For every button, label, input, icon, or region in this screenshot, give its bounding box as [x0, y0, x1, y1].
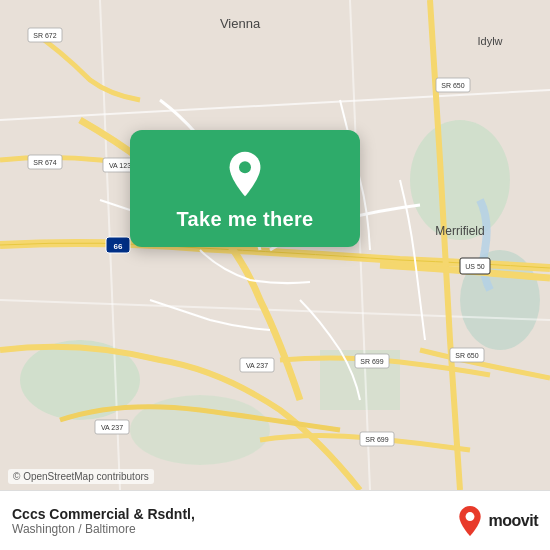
bottom-bar: Cccs Commercial & Rsdntl, Washington / B… — [0, 490, 550, 550]
location-pin-icon — [221, 150, 269, 198]
svg-text:SR 650: SR 650 — [455, 352, 478, 359]
moovit-logo: moovit — [455, 505, 538, 537]
map-container: 66 SR 672 SR 674 VA 123 SR 650 SR 650 US… — [0, 0, 550, 490]
moovit-icon — [455, 505, 485, 537]
svg-text:VA 123: VA 123 — [109, 162, 131, 169]
location-region: Washington / Baltimore — [12, 522, 445, 536]
svg-text:Vienna: Vienna — [220, 16, 261, 31]
location-name: Cccs Commercial & Rsdntl, — [12, 506, 445, 522]
svg-point-35 — [239, 161, 251, 173]
svg-text:SR 699: SR 699 — [360, 358, 383, 365]
svg-text:Idylw: Idylw — [477, 35, 502, 47]
svg-text:Merrifield: Merrifield — [435, 224, 484, 238]
map-attribution: © OpenStreetMap contributors — [8, 469, 154, 484]
take-me-there-button[interactable]: Take me there — [177, 208, 314, 231]
svg-text:VA 237: VA 237 — [101, 424, 123, 431]
svg-text:SR 674: SR 674 — [33, 159, 56, 166]
svg-text:SR 699: SR 699 — [365, 436, 388, 443]
svg-text:SR 672: SR 672 — [33, 32, 56, 39]
moovit-text: moovit — [489, 512, 538, 530]
cta-card: Take me there — [130, 130, 360, 247]
svg-text:US 50: US 50 — [465, 263, 485, 270]
svg-text:66: 66 — [114, 242, 123, 251]
svg-text:SR 650: SR 650 — [441, 82, 464, 89]
svg-point-36 — [465, 512, 474, 521]
svg-point-2 — [410, 120, 510, 240]
svg-text:VA 237: VA 237 — [246, 362, 268, 369]
